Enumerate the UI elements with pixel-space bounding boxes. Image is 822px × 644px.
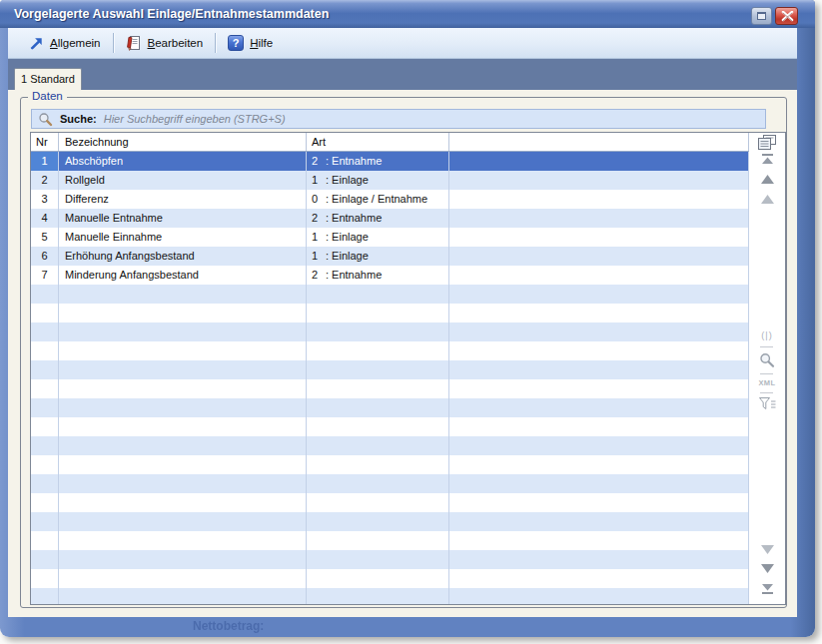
cell-nr[interactable] — [31, 304, 59, 322]
table-row[interactable] — [31, 398, 749, 417]
table-row[interactable] — [31, 341, 749, 360]
table-row[interactable] — [31, 474, 749, 493]
cell-nr[interactable] — [31, 379, 59, 398]
cell-nr[interactable]: 6 — [31, 247, 59, 266]
cell-blank[interactable] — [449, 190, 749, 209]
cell-art[interactable] — [307, 455, 449, 474]
cell-blank[interactable] — [449, 209, 749, 228]
page-up-button[interactable] — [749, 195, 785, 204]
cell-blank[interactable] — [449, 531, 749, 550]
table-row[interactable] — [31, 455, 749, 474]
cell-nr[interactable]: 7 — [31, 266, 59, 285]
cell-art[interactable] — [307, 304, 449, 322]
data-grid[interactable]: Nr Bezeichnung Art 1Abschöpfen2: Entnahm… — [30, 132, 786, 605]
hilfe-button[interactable]: ? Hilfe — [220, 31, 281, 55]
cell-bezeichnung[interactable]: Rollgeld — [59, 171, 307, 190]
table-row[interactable] — [31, 417, 749, 436]
cell-art[interactable]: 0: Einlage / Entnahme — [307, 190, 449, 209]
cell-bezeichnung[interactable] — [59, 360, 307, 379]
table-row[interactable] — [31, 569, 749, 588]
tab-standard[interactable]: 1 Standard — [14, 68, 82, 90]
cell-bezeichnung[interactable]: Manuelle Entnahme — [59, 209, 307, 228]
cell-blank[interactable] — [449, 417, 749, 436]
cell-bezeichnung[interactable]: Minderung Anfangsbestand — [59, 266, 307, 285]
cell-bezeichnung[interactable]: Erhöhung Anfangsbestand — [59, 247, 307, 266]
cell-bezeichnung[interactable] — [59, 569, 307, 588]
cell-bezeichnung[interactable] — [59, 322, 307, 341]
table-row[interactable] — [31, 379, 749, 398]
scroll-down-button[interactable] — [749, 564, 785, 573]
cell-blank[interactable] — [449, 588, 749, 605]
cell-nr[interactable] — [31, 455, 59, 474]
header-bezeichnung[interactable]: Bezeichnung — [59, 133, 307, 151]
cell-blank[interactable] — [449, 171, 749, 190]
title-bar[interactable]: Vorgelagerte Auswahl Einlage/Entnahmesta… — [0, 0, 815, 28]
table-row[interactable] — [31, 531, 749, 550]
cell-art[interactable] — [307, 550, 449, 569]
cell-nr[interactable] — [31, 398, 59, 417]
table-row[interactable]: 4Manuelle Entnahme2: Entnahme — [31, 209, 749, 228]
cell-art[interactable]: 2: Entnahme — [307, 266, 449, 285]
cell-art[interactable] — [307, 341, 449, 360]
header-nr[interactable]: Nr — [31, 133, 59, 151]
cell-blank[interactable] — [449, 285, 749, 304]
cell-bezeichnung[interactable] — [59, 304, 307, 322]
cell-art[interactable] — [307, 493, 449, 512]
maximize-button[interactable] — [751, 7, 772, 25]
cell-nr[interactable] — [31, 360, 59, 379]
cell-nr[interactable] — [31, 417, 59, 436]
cell-bezeichnung[interactable] — [59, 550, 307, 569]
cell-blank[interactable] — [449, 266, 749, 285]
cell-art[interactable]: 2: Entnahme — [307, 209, 449, 228]
cell-art[interactable] — [307, 588, 449, 605]
table-row[interactable] — [31, 360, 749, 379]
table-row[interactable] — [31, 550, 749, 569]
filter-button[interactable] — [749, 397, 785, 410]
cell-nr[interactable] — [31, 588, 59, 605]
cell-blank[interactable] — [449, 379, 749, 398]
cell-nr[interactable]: 5 — [31, 228, 59, 247]
cell-art[interactable] — [307, 569, 449, 588]
cell-bezeichnung[interactable]: Differenz — [59, 190, 307, 209]
table-row[interactable]: 2Rollgeld1: Einlage — [31, 171, 749, 190]
table-row[interactable]: 7Minderung Anfangsbestand2: Entnahme — [31, 266, 749, 285]
table-row[interactable] — [31, 304, 749, 322]
cell-nr[interactable] — [31, 493, 59, 512]
select-columns-button[interactable] — [749, 135, 785, 151]
xml-export-button[interactable]: XML — [749, 378, 785, 387]
cell-art[interactable] — [307, 531, 449, 550]
table-row[interactable] — [31, 322, 749, 341]
cell-nr[interactable]: 3 — [31, 190, 59, 209]
bearbeiten-button[interactable]: Bearbeiten — [118, 31, 212, 55]
cell-nr[interactable] — [31, 436, 59, 455]
cell-blank[interactable] — [449, 436, 749, 455]
table-row[interactable] — [31, 512, 749, 531]
cell-blank[interactable] — [449, 152, 749, 171]
cell-blank[interactable] — [449, 512, 749, 531]
cell-blank[interactable] — [449, 493, 749, 512]
cell-art[interactable] — [307, 322, 449, 341]
cell-bezeichnung[interactable]: Abschöpfen — [59, 152, 307, 171]
cell-nr[interactable] — [31, 569, 59, 588]
cell-nr[interactable] — [31, 512, 59, 531]
table-row[interactable] — [31, 285, 749, 304]
table-row[interactable]: 3Differenz0: Einlage / Entnahme — [31, 190, 749, 209]
cell-bezeichnung[interactable] — [59, 455, 307, 474]
zoom-button[interactable] — [749, 352, 785, 368]
cell-bezeichnung[interactable]: Manuelle Einnahme — [59, 228, 307, 247]
cell-blank[interactable] — [449, 247, 749, 266]
table-row[interactable] — [31, 493, 749, 512]
cell-blank[interactable] — [449, 455, 749, 474]
scroll-to-top-button[interactable] — [749, 154, 785, 165]
cell-art[interactable]: 2: Entnahme — [307, 152, 449, 171]
cell-nr[interactable]: 2 — [31, 171, 59, 190]
cell-nr[interactable] — [31, 531, 59, 550]
cell-blank[interactable] — [449, 228, 749, 247]
cell-art[interactable]: 1: Einlage — [307, 247, 449, 266]
table-row[interactable]: 5Manuelle Einnahme1: Einlage — [31, 228, 749, 247]
cell-nr[interactable] — [31, 285, 59, 304]
table-row[interactable]: 6Erhöhung Anfangsbestand1: Einlage — [31, 247, 749, 266]
column-width-button[interactable]: (|) — [749, 330, 785, 340]
cell-bezeichnung[interactable] — [59, 493, 307, 512]
cell-bezeichnung[interactable] — [59, 417, 307, 436]
